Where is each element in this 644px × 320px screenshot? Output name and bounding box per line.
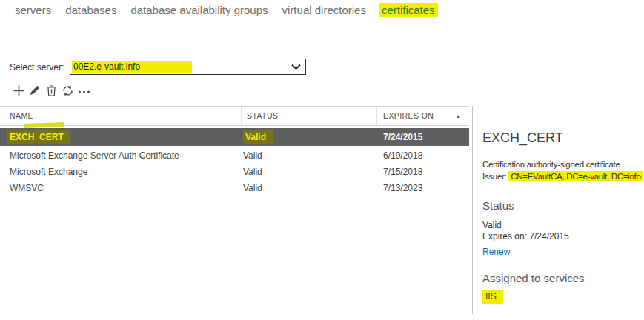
row-expires: 6/19/2018: [383, 147, 422, 164]
table-row-ms-exchange-auth[interactable]: Microsoft Exchange Server Auth Certifica…: [0, 147, 469, 164]
trash-icon: [46, 84, 57, 97]
row-expires: 7/15/2018: [383, 164, 422, 180]
tab-servers[interactable]: servers: [13, 3, 53, 17]
table-row-wmsvc[interactable]: WMSVC Valid 7/13/2023: [0, 180, 469, 196]
certificates-page: servers databases database availability …: [0, 0, 644, 320]
certificates-table: NAME STATUS EXPIRES ON ▲ EXCH_CERT Valid…: [0, 106, 469, 126]
table-row-ms-exchange[interactable]: Microsoft Exchange Valid 7/15/2018: [0, 164, 469, 180]
row-expires: 7/24/2015: [383, 128, 422, 146]
column-divider: [241, 107, 242, 124]
more-button[interactable]: [77, 83, 90, 98]
tab-virtual-directories[interactable]: virtual directories: [281, 3, 368, 17]
tab-databases[interactable]: databases: [64, 3, 118, 17]
refresh-icon: [62, 84, 74, 97]
refresh-button[interactable]: [61, 83, 74, 98]
tab-certificates[interactable]: certificates: [379, 3, 438, 17]
server-select-dropdown[interactable]: 00E2.e-vault.info: [70, 59, 306, 75]
table-row-exch-cert[interactable]: EXCH_CERT Valid 7/24/2015: [0, 128, 469, 146]
column-header-name[interactable]: NAME: [10, 107, 33, 125]
select-server-label: Select server:: [10, 62, 64, 73]
chevron-down-icon: [291, 64, 301, 70]
row-name: Microsoft Exchange: [10, 164, 87, 180]
row-name: Microsoft Exchange Server Auth Certifica…: [10, 147, 179, 164]
marker-streak: [24, 122, 64, 128]
row-status-highlighted: Valid: [243, 130, 273, 144]
assigned-services-heading: Assigned to services: [482, 272, 585, 284]
sort-ascending-icon: ▲: [456, 107, 461, 125]
plus-icon: [13, 84, 25, 97]
add-button[interactable]: [12, 83, 25, 98]
column-divider: [468, 107, 468, 124]
server-select-value: 00E2.e-vault.info: [72, 61, 192, 73]
ellipsis-icon: [78, 84, 90, 97]
top-nav: servers databases database availability …: [13, 3, 438, 17]
service-iis-highlighted: IIS: [482, 290, 503, 304]
toolbar: [12, 83, 90, 98]
row-name: WMSVC: [10, 180, 44, 196]
column-divider: [376, 107, 377, 124]
details-title: EXCH_CERT: [482, 130, 563, 146]
pencil-icon: [29, 84, 41, 96]
column-header-expires-on[interactable]: EXPIRES ON: [383, 107, 434, 125]
issuer-value-highlighted: CN=EVaultCA, DC=e-vault, DC=info: [508, 171, 643, 181]
row-status: Valid: [243, 147, 262, 164]
status-heading: Status: [482, 199, 514, 212]
certificate-type-text: Certification authority-signed certifica…: [482, 160, 620, 169]
row-status: Valid: [243, 180, 262, 196]
row-name-highlighted: EXCH_CERT: [7, 130, 70, 144]
edit-button[interactable]: [28, 83, 42, 98]
tab-database-availability-groups[interactable]: database availability groups: [129, 3, 269, 17]
row-status: Valid: [243, 164, 262, 180]
issuer-line: Issuer: CN=EVaultCA, DC=e-vault, DC=info: [482, 172, 643, 181]
delete-button[interactable]: [44, 83, 58, 98]
renew-link[interactable]: Renew: [482, 247, 510, 257]
table-header: NAME STATUS EXPIRES ON ▲: [0, 106, 469, 126]
column-header-status[interactable]: STATUS: [247, 107, 278, 125]
row-expires: 7/13/2023: [383, 180, 422, 196]
service-item: IIS: [482, 291, 503, 301]
expires-on-text: Expires on: 7/24/2015: [482, 231, 569, 241]
issuer-label: Issuer:: [482, 172, 508, 181]
status-value: Valid: [482, 220, 502, 230]
pane-divider: [472, 106, 473, 314]
